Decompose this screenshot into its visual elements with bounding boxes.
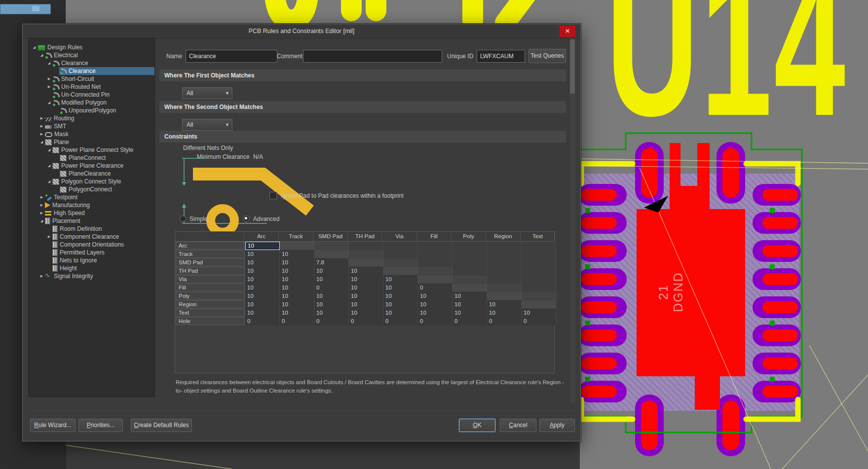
tree-item-design-rules[interactable]: ◢Design Rules bbox=[29, 43, 154, 51]
matrix-cell[interactable] bbox=[487, 258, 522, 267]
apply-button[interactable]: Apply bbox=[539, 419, 575, 432]
matrix-cell[interactable] bbox=[487, 267, 522, 275]
design-rules-tree[interactable]: ◢Design Rules◢Electrical◢ClearanceCleara… bbox=[28, 38, 155, 397]
matrix-cell[interactable] bbox=[418, 267, 453, 275]
matrix-cell[interactable]: 10 bbox=[245, 267, 280, 275]
cancel-button[interactable]: Cancel bbox=[500, 419, 536, 432]
matrix-cell[interactable]: 10 bbox=[453, 300, 487, 309]
ignore-pad-to-pad-checkbox[interactable] bbox=[269, 192, 277, 199]
matrix-cell[interactable] bbox=[314, 250, 349, 258]
matrix-cell[interactable] bbox=[453, 267, 487, 275]
matrix-cell[interactable] bbox=[453, 258, 487, 267]
comment-input[interactable] bbox=[303, 50, 442, 63]
matrix-cell[interactable]: 0 bbox=[314, 284, 349, 292]
tree-item-body[interactable]: Room Definition bbox=[52, 225, 154, 233]
collapsed-arrow-icon[interactable]: ▶ bbox=[39, 274, 44, 278]
matrix-cell[interactable]: 10 bbox=[245, 242, 280, 250]
tree-item-body[interactable]: Modified Polygon bbox=[52, 99, 154, 107]
matrix-cell[interactable]: 10 bbox=[314, 267, 349, 275]
tree-item-body[interactable]: Design Rules bbox=[37, 43, 154, 51]
tree-item-permitted-layers[interactable]: Permitted Layers bbox=[29, 249, 154, 256]
tree-item-signal-integrity[interactable]: ▶Signal Integrity bbox=[29, 272, 154, 280]
matrix-cell[interactable] bbox=[383, 267, 418, 275]
expanded-arrow-icon[interactable]: ◢ bbox=[39, 53, 44, 57]
matrix-cell[interactable]: 10 bbox=[245, 258, 280, 267]
tree-item-body[interactable]: Un-Connected Pin bbox=[52, 91, 154, 99]
tree-item-manufacturing[interactable]: ▶Manufacturing bbox=[29, 201, 154, 209]
panel-selection-bar[interactable] bbox=[0, 4, 51, 14]
matrix-cell[interactable]: 10 bbox=[314, 292, 349, 300]
ok-button[interactable]: OK bbox=[459, 419, 495, 432]
tree-item-polygon-connect-style[interactable]: ◢Polygon Connect Style bbox=[29, 178, 154, 185]
matrix-cell[interactable]: 10 bbox=[314, 309, 349, 317]
tree-item-body[interactable]: UnpouredPolygon bbox=[59, 107, 154, 114]
tree-item-body[interactable]: Un-Routed Net bbox=[52, 83, 154, 91]
matrix-cell[interactable]: 10 bbox=[349, 275, 383, 284]
collapsed-arrow-icon[interactable]: ▶ bbox=[39, 116, 44, 120]
tree-item-body[interactable]: Signal Integrity bbox=[44, 272, 154, 280]
matrix-cell[interactable]: 10 bbox=[418, 309, 453, 317]
matrix-cell[interactable]: 10 bbox=[418, 292, 453, 300]
expanded-arrow-icon[interactable]: ◢ bbox=[46, 180, 52, 183]
tree-item-electrical[interactable]: ◢Electrical bbox=[29, 51, 154, 59]
tree-item-mask[interactable]: ▶Mask bbox=[29, 130, 154, 138]
matrix-cell[interactable] bbox=[314, 242, 349, 250]
matrix-cell[interactable]: 10 bbox=[314, 275, 349, 284]
scrollbar-thumb[interactable] bbox=[570, 39, 575, 94]
matrix-cell[interactable]: 0 bbox=[418, 284, 453, 292]
matrix-cell[interactable] bbox=[522, 275, 556, 284]
tree-item-body[interactable]: Power Plane Connect Style bbox=[52, 146, 154, 154]
matrix-cell[interactable]: 10 bbox=[280, 284, 314, 292]
vertical-scrollbar[interactable] bbox=[569, 38, 575, 403]
matrix-cell[interactable] bbox=[280, 242, 314, 250]
matrix-cell[interactable] bbox=[453, 284, 487, 292]
matrix-cell[interactable]: 10 bbox=[349, 292, 383, 300]
expanded-arrow-icon[interactable]: ◢ bbox=[46, 148, 52, 152]
tree-item-plane[interactable]: ◢Plane bbox=[29, 138, 154, 146]
matrix-cell[interactable] bbox=[349, 242, 383, 250]
rule-wizard-button[interactable]: Rule Wizard... bbox=[30, 419, 75, 432]
matrix-cell[interactable]: 10 bbox=[383, 309, 418, 317]
tree-item-body[interactable]: Height bbox=[52, 264, 154, 272]
matrix-cell[interactable] bbox=[418, 258, 453, 267]
tree-item-component-clearance[interactable]: ▶Component Clearance bbox=[29, 233, 154, 241]
matrix-cell[interactable] bbox=[383, 250, 418, 258]
expanded-arrow-icon[interactable]: ◢ bbox=[46, 101, 52, 105]
tree-item-body[interactable]: Permitted Layers bbox=[52, 249, 154, 256]
matrix-cell[interactable] bbox=[418, 275, 453, 284]
matrix-cell[interactable]: 0 bbox=[418, 317, 453, 325]
tree-item-body[interactable]: Routing bbox=[44, 114, 154, 122]
matrix-cell[interactable]: 10 bbox=[418, 300, 453, 309]
matrix-cell[interactable] bbox=[522, 300, 556, 309]
matrix-cell[interactable]: 10 bbox=[245, 300, 280, 309]
matrix-cell[interactable] bbox=[383, 258, 418, 267]
matrix-cell[interactable]: 10 bbox=[487, 309, 522, 317]
close-icon[interactable]: ✕ bbox=[560, 26, 575, 37]
tree-item-testpoint[interactable]: ▶Testpoint bbox=[29, 193, 154, 201]
matrix-cell[interactable]: 10 bbox=[280, 258, 314, 267]
tree-item-placement[interactable]: ◢Placement bbox=[29, 217, 154, 225]
matrix-cell[interactable]: 10 bbox=[280, 267, 314, 275]
matrix-cell[interactable] bbox=[349, 258, 383, 267]
matrix-cell[interactable]: 10 bbox=[383, 284, 418, 292]
collapsed-arrow-icon[interactable]: ▶ bbox=[39, 132, 44, 136]
matrix-cell[interactable]: 10 bbox=[245, 309, 280, 317]
tree-item-component-orientations[interactable]: Component Orientations bbox=[29, 241, 154, 249]
matrix-cell[interactable]: 10 bbox=[349, 284, 383, 292]
matrix-cell[interactable]: 10 bbox=[314, 300, 349, 309]
tree-item-short-circuit[interactable]: ▶Short-Circuit bbox=[29, 75, 154, 83]
create-default-rules-button[interactable]: Create Default Rules bbox=[131, 419, 192, 432]
tree-item-body[interactable]: PolygonConnect bbox=[59, 185, 154, 193]
matrix-cell[interactable]: 10 bbox=[453, 309, 487, 317]
matrix-cell[interactable]: 10 bbox=[280, 275, 314, 284]
matrix-cell[interactable] bbox=[522, 242, 556, 250]
tree-item-un-connected-pin[interactable]: Un-Connected Pin bbox=[29, 91, 154, 99]
expanded-arrow-icon[interactable]: ◢ bbox=[39, 140, 44, 144]
collapsed-arrow-icon[interactable]: ▶ bbox=[39, 203, 44, 207]
test-queries-button[interactable]: Test Queries bbox=[528, 49, 566, 63]
matrix-cell[interactable]: 0 bbox=[487, 317, 522, 325]
tree-item-body[interactable]: Manufacturing bbox=[44, 201, 154, 209]
dialog-titlebar[interactable]: PCB Rules and Constraints Editor [mil] bbox=[23, 24, 580, 38]
collapsed-arrow-icon[interactable]: ▶ bbox=[39, 124, 44, 128]
matrix-cell[interactable]: 10 bbox=[280, 292, 314, 300]
